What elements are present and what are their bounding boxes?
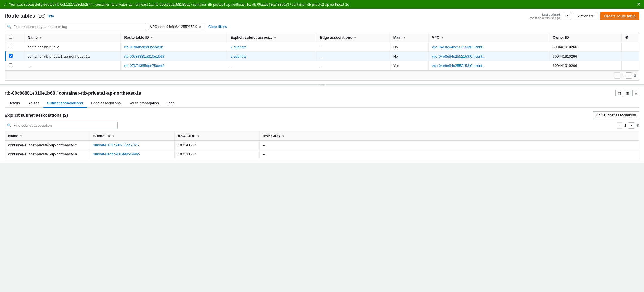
- edit-subnet-associations-button[interactable]: Edit subnet associations: [593, 111, 639, 119]
- create-route-table-button[interactable]: Create route table: [600, 12, 639, 20]
- page-count: (1/3): [37, 14, 46, 18]
- subnet-row-ipv4: 10.0.3.0/24: [174, 150, 259, 159]
- row-name: container-rtb-private1-ap-northeast-1a: [24, 52, 121, 61]
- sub-table-header-row: Name ▾ Subnet ID ▾ IPv4 CIDR ▾ IPv6 CIDR…: [5, 131, 639, 140]
- subnet-table-row: container-subnet-private2-ap-northeast-1…: [5, 140, 639, 150]
- row-name: container-rtb-public: [24, 42, 121, 52]
- row-checkbox-cell[interactable]: [5, 61, 24, 70]
- tab-routes[interactable]: Routes: [24, 99, 43, 108]
- filter-tag: VPC : vpc-04e8e64c2552153f0 ✕: [148, 24, 204, 30]
- route-tables-table: Name ▾ Route table ID ▾ Explicit subnet …: [5, 33, 639, 81]
- route-table-id-link[interactable]: rtb-07674385dec75aed2: [124, 64, 164, 68]
- filter-row: 🔍 VPC : vpc-04e8e64c2552153f0 ✕ Clear fi…: [5, 23, 639, 30]
- explicit-subnet-link[interactable]: 2 subnets: [230, 54, 246, 59]
- row-checkbox[interactable]: [9, 54, 13, 58]
- row-extra: [622, 52, 639, 61]
- route-table-id-link[interactable]: rtb-00c88881e310e1b68: [124, 54, 164, 59]
- row-explicit-subnet: 2 subnets: [227, 52, 316, 61]
- col-settings[interactable]: ⚙: [622, 33, 639, 42]
- clear-filters-button[interactable]: Clear filters: [206, 23, 229, 30]
- row-checkbox[interactable]: [9, 45, 12, 48]
- subnet-row-ipv6: –: [259, 140, 639, 150]
- next-page-button[interactable]: ›: [626, 72, 632, 79]
- sort-icon: ▾: [40, 36, 41, 39]
- view-btn-3[interactable]: ⊞: [632, 90, 639, 96]
- row-explicit-subnet: –: [227, 61, 316, 70]
- close-icon[interactable]: ✕: [637, 2, 641, 7]
- tab-edge-associations[interactable]: Edge associations: [87, 99, 125, 108]
- prev-page-button[interactable]: ‹: [614, 72, 620, 79]
- tab-details[interactable]: Details: [5, 99, 24, 108]
- col-explicit-subnet[interactable]: Explicit subnet associ... ▾: [227, 33, 316, 42]
- table-pagination: ‹ 1 › ⚙: [5, 70, 639, 80]
- sub-prev-page-button[interactable]: ‹: [617, 122, 623, 129]
- tab-route-propagation[interactable]: Route propagation: [125, 99, 163, 108]
- sub-search-icon: 🔍: [7, 123, 12, 127]
- table-row: container-rtb-public rtb-07d685d8d0bdcaf…: [5, 42, 639, 52]
- success-banner: ✓ You have successfully deleted rtb-0eb1…: [0, 0, 644, 9]
- subnet-row-ipv6: –: [259, 150, 639, 159]
- col-route-table-id[interactable]: Route table ID ▾: [121, 33, 227, 42]
- sub-col-ipv6[interactable]: IPv6 CIDR ▾: [259, 131, 639, 140]
- detail-view-buttons: ▤ ▦ ⊞: [615, 90, 639, 96]
- row-owner-id: 600441910266: [549, 52, 621, 61]
- sort-icon: ▾: [113, 135, 114, 138]
- section-title: Explicit subnet associations (2): [5, 113, 68, 118]
- main-panel: Route tables (1/3) Info Last updated les…: [0, 9, 644, 84]
- subnet-id-link[interactable]: subnet-0181c9ef766cb7375: [93, 143, 139, 147]
- view-btn-1[interactable]: ▤: [615, 90, 623, 96]
- row-checkbox-cell[interactable]: [5, 52, 24, 61]
- select-all-checkbox[interactable]: [9, 35, 12, 39]
- col-owner-id[interactable]: Owner ID: [549, 33, 621, 42]
- search-input[interactable]: [13, 25, 143, 29]
- subnet-associations-table: Name ▾ Subnet ID ▾ IPv4 CIDR ▾ IPv6 CIDR…: [5, 131, 639, 159]
- sub-page-number: 1: [624, 123, 626, 127]
- view-btn-2[interactable]: ▦: [624, 90, 631, 96]
- search-icon: 🔍: [7, 25, 12, 29]
- filter-tag-remove-button[interactable]: ✕: [198, 25, 202, 29]
- col-main[interactable]: Main ▾: [390, 33, 428, 42]
- row-checkbox-cell[interactable]: [5, 42, 24, 52]
- chevron-down-icon: ▾: [591, 14, 593, 18]
- sub-col-subnet-id[interactable]: Subnet ID ▾: [90, 131, 174, 140]
- route-table-id-link[interactable]: rtb-07d685d8d0bdcaf1b: [124, 45, 163, 49]
- refresh-button[interactable]: ⟳: [563, 12, 571, 20]
- split-divider[interactable]: = =: [0, 84, 644, 86]
- last-updated: Last updated less than a minute ago: [529, 13, 560, 20]
- explicit-subnet-link[interactable]: 2 subnets: [230, 45, 246, 49]
- subnet-table-row: container-subnet-private1-ap-northeast-1…: [5, 150, 639, 159]
- row-extra: [622, 42, 639, 52]
- sort-icon: ▾: [282, 135, 284, 138]
- table-settings-button[interactable]: ⚙: [634, 73, 637, 78]
- subnet-id-link[interactable]: subnet-0adbb9019985c99a5: [93, 152, 140, 156]
- detail-header: rtb-00c88881e310e1b68 / container-rtb-pr…: [5, 90, 639, 96]
- vpc-link[interactable]: vpc-04e8e64c2552153f0 | cont...: [432, 54, 485, 59]
- info-link[interactable]: Info: [48, 14, 54, 18]
- subnet-search-input[interactable]: [13, 123, 115, 127]
- actions-button[interactable]: Actions ▾: [574, 12, 598, 20]
- tab-subnet-associations[interactable]: Subnet associations: [43, 99, 87, 108]
- sort-icon: ▾: [20, 135, 22, 138]
- explicit-subnet-link[interactable]: –: [230, 64, 232, 68]
- row-extra: [622, 61, 639, 70]
- tab-tags[interactable]: Tags: [163, 99, 178, 108]
- sub-table-settings-button[interactable]: ⚙: [636, 123, 639, 127]
- row-checkbox[interactable]: [9, 63, 12, 67]
- drag-handle-icon: = =: [319, 83, 325, 87]
- detail-panel: rtb-00c88881e310e1b68 / container-rtb-pr…: [0, 86, 644, 163]
- row-main: No: [390, 52, 428, 61]
- sort-icon: ▾: [274, 36, 276, 39]
- sub-col-name[interactable]: Name ▾: [5, 131, 90, 140]
- sub-col-ipv4[interactable]: IPv4 CIDR ▾: [174, 131, 259, 140]
- row-edge-assoc: –: [316, 42, 390, 52]
- vpc-link[interactable]: vpc-04e8e64c2552153f0 | cont...: [432, 64, 485, 68]
- subnet-row-id: subnet-0181c9ef766cb7375: [90, 140, 174, 150]
- row-route-table-id: rtb-07d685d8d0bdcaf1b: [121, 42, 227, 52]
- vpc-link[interactable]: vpc-04e8e64c2552153f0 | cont...: [432, 45, 485, 49]
- sub-next-page-button[interactable]: ›: [628, 122, 634, 129]
- select-all-header: [5, 33, 24, 42]
- subnet-row-name: container-subnet-private2-ap-northeast-1…: [5, 140, 90, 150]
- col-name[interactable]: Name ▾: [24, 33, 121, 42]
- col-edge-assoc[interactable]: Edge associations ▾: [316, 33, 390, 42]
- col-vpc[interactable]: VPC ▾: [428, 33, 549, 42]
